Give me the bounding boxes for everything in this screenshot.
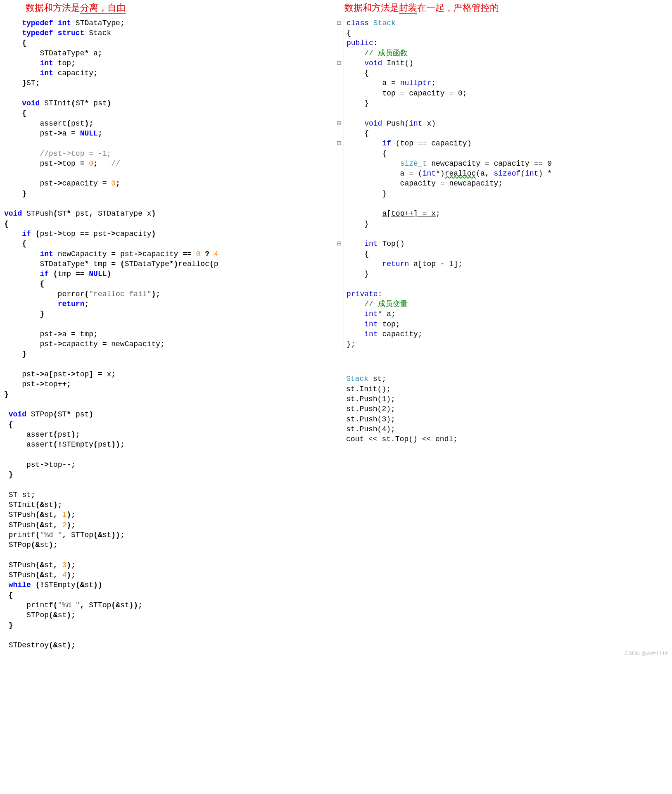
right-column: 数据和方法是封装在一起，严格管控的 ⊟class Stack { public:…: [330, 0, 669, 453]
watermark: CSDN @Adz1119: [625, 650, 668, 657]
right-usage-code: Stack st; st.Init(); st.Push(1); st.Push…: [346, 374, 665, 444]
right-title-anno: 封装: [399, 2, 417, 14]
left-title-anno: 分离，自由: [80, 2, 126, 14]
right-title-post: 在一起，严格管控的: [417, 2, 499, 13]
right-title: 数据和方法是封装在一起，严格管控的: [344, 2, 665, 14]
left-title: 数据和方法是分离，自由: [26, 2, 326, 14]
right-class-code: ⊟class Stack { public: // 成员函数 ⊟ void In…: [335, 18, 665, 349]
left-column: 数据和方法是分离，自由 typedef int STDataType; type…: [0, 0, 330, 658]
left-code: typedef int STDataType; typedef struct S…: [4, 18, 326, 651]
left-title-pre: 数据和方法是: [26, 2, 80, 13]
right-title-pre: 数据和方法是: [344, 2, 399, 13]
